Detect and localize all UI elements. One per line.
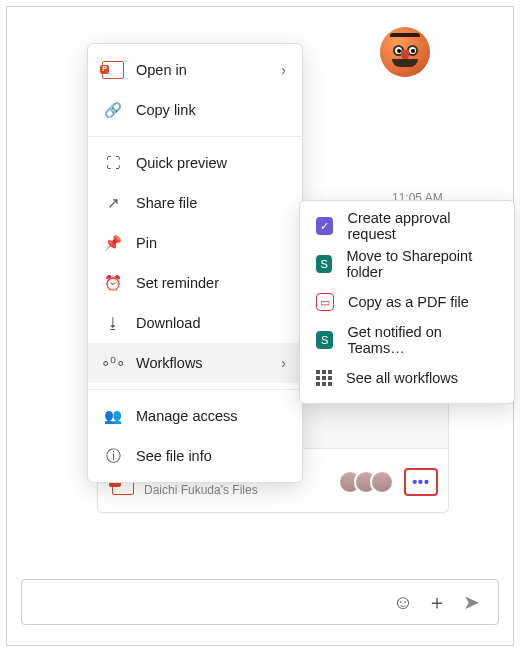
preview-icon: ⛶ — [104, 155, 122, 171]
workflows-icon: ∘⁰∘ — [104, 355, 122, 371]
workflow-create-approval[interactable]: ✓ Create approval request — [300, 207, 514, 245]
menu-label: Copy link — [136, 102, 196, 118]
workflow-see-all[interactable]: See all workflows — [300, 359, 514, 397]
menu-open-in[interactable]: Open in › — [88, 50, 302, 90]
add-attachment-icon[interactable]: ＋ — [420, 589, 454, 616]
link-icon: 🔗 — [104, 102, 122, 119]
file-context-menu: Open in › 🔗 Copy link ⛶ Quick preview ↗ … — [87, 43, 303, 483]
menu-label: Manage access — [136, 408, 238, 424]
menu-label: Quick preview — [136, 155, 227, 171]
powerpoint-icon — [102, 61, 124, 79]
emoji-icon[interactable]: ☺ — [386, 591, 420, 614]
apps-grid-icon — [316, 370, 332, 386]
download-icon: ⭳ — [104, 315, 122, 331]
approvals-app-icon: ✓ — [316, 217, 333, 235]
menu-label: Create approval request — [347, 210, 498, 242]
file-location: Daichi Fukuda's Files — [144, 483, 328, 497]
chat-canvas: 11:05 AM Fabrikam's worldwide sales topp… — [6, 6, 514, 646]
menu-label: Set reminder — [136, 275, 219, 291]
menu-share-file[interactable]: ↗ Share file — [88, 183, 302, 223]
menu-quick-preview[interactable]: ⛶ Quick preview — [88, 143, 302, 183]
workflow-move-sharepoint[interactable]: S Move to Sharepoint folder — [300, 245, 514, 283]
menu-set-reminder[interactable]: ⏰ Set reminder — [88, 263, 302, 303]
collaborator-facepile[interactable] — [338, 470, 394, 494]
people-icon: 👥 — [104, 408, 122, 425]
pdf-icon: ▭ — [316, 293, 334, 311]
workflow-get-notified[interactable]: S Get notified on Teams… — [300, 321, 514, 359]
menu-pin[interactable]: 📌 Pin — [88, 223, 302, 263]
menu-label: Move to Sharepoint folder — [346, 248, 498, 280]
workflows-submenu: ✓ Create approval request S Move to Shar… — [299, 200, 515, 404]
sharepoint-icon: S — [316, 255, 332, 273]
menu-label: See all workflows — [346, 370, 458, 386]
sharepoint-icon: S — [316, 331, 333, 349]
menu-label: Pin — [136, 235, 157, 251]
menu-download[interactable]: ⭳ Download — [88, 303, 302, 343]
pin-icon: 📌 — [104, 235, 122, 252]
menu-label: Download — [136, 315, 201, 331]
chevron-right-icon: › — [281, 355, 286, 371]
file-more-options-button[interactable]: ••• — [404, 468, 438, 496]
chevron-right-icon: › — [281, 62, 286, 78]
menu-copy-link[interactable]: 🔗 Copy link — [88, 90, 302, 130]
menu-separator — [88, 389, 302, 390]
message-compose-box[interactable]: ☺ ＋ ➤ — [21, 579, 499, 625]
menu-label: Workflows — [136, 355, 203, 371]
menu-separator — [88, 136, 302, 137]
menu-manage-access[interactable]: 👥 Manage access — [88, 396, 302, 436]
sender-avatar — [380, 27, 430, 77]
share-icon: ↗ — [104, 195, 122, 211]
menu-label: Share file — [136, 195, 197, 211]
info-icon: ⓘ — [104, 447, 122, 466]
menu-label: See file info — [136, 448, 212, 464]
menu-label: Get notified on Teams… — [347, 324, 498, 356]
menu-see-file-info[interactable]: ⓘ See file info — [88, 436, 302, 476]
menu-label: Copy as a PDF file — [348, 294, 469, 310]
alarm-icon: ⏰ — [104, 275, 122, 292]
workflow-copy-pdf[interactable]: ▭ Copy as a PDF file — [300, 283, 514, 321]
menu-workflows[interactable]: ∘⁰∘ Workflows › — [88, 343, 302, 383]
send-icon[interactable]: ➤ — [454, 590, 488, 614]
menu-label: Open in — [136, 62, 187, 78]
